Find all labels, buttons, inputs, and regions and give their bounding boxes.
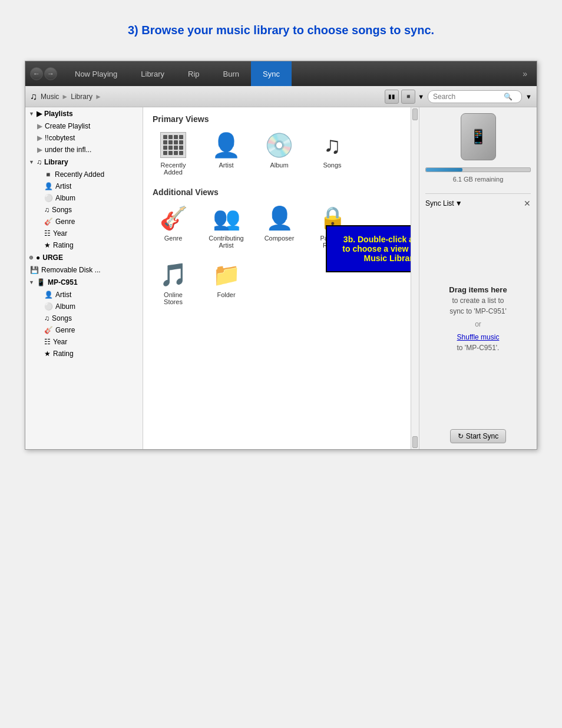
album-label: Album	[55, 194, 75, 202]
playlists-folder-icon: ▶	[37, 110, 42, 118]
shuffle-to: to 'MP-C951'.	[457, 344, 500, 352]
genre-label: Genre	[55, 218, 75, 226]
artist-view-icon: 👤	[212, 131, 240, 159]
sidebar-item-cobytest[interactable]: ▶ !!cobytest	[25, 132, 143, 144]
rating-icon: ★	[44, 241, 51, 249]
sidebar-item-rating[interactable]: ★ Rating	[25, 239, 143, 251]
sidebar-item-album[interactable]: ⚪ Album	[25, 192, 143, 204]
removable-disk-label: Removable Disk ...	[41, 266, 101, 274]
search-box[interactable]: 🔍	[428, 90, 522, 103]
tab-sync[interactable]: Sync	[251, 61, 292, 86]
storage-text: 6.1 GB remaining	[453, 176, 504, 183]
app-window: ← → Now Playing Library Rip Burn Sync » …	[25, 61, 537, 450]
sidebar-item-mp-artist[interactable]: 👤 Artist	[25, 289, 143, 301]
search-input[interactable]	[433, 93, 504, 101]
create-playlist-item[interactable]: ▶ Create Playlist	[25, 120, 143, 132]
tab-rip[interactable]: Rip	[176, 61, 211, 86]
mp-genre-label: Genre	[55, 326, 75, 334]
device-icon: 📱	[470, 129, 487, 145]
content-area: Primary Views RecentlyAdded	[143, 107, 411, 449]
sidebar-group-mp-c951[interactable]: ▼ 📱 MP-C951	[25, 276, 143, 289]
breadcrumb: Music ► Library ►	[41, 93, 102, 101]
sidebar-item-year[interactable]: ☷ Year	[25, 228, 143, 239]
sidebar-group-library[interactable]: ▼ ♫ Library	[25, 156, 143, 169]
sync-list-close[interactable]: ✕	[524, 199, 531, 208]
mp-rating-icon: ★	[44, 350, 51, 358]
sidebar-item-artist[interactable]: 👤 Artist	[25, 180, 143, 192]
content-scrollbar[interactable]	[411, 107, 419, 449]
view-songs[interactable]: ♫ Songs	[312, 131, 353, 176]
toolbar: ♫ Music ► Library ► ▮▮ ◾ ▼ 🔍 ▼	[25, 86, 537, 107]
genre-view-icon: 🎸	[159, 204, 187, 232]
nav-bar: ← → Now Playing Library Rip Burn Sync »	[25, 61, 537, 86]
primary-views-grid: RecentlyAdded 👤 Artist 💿 Album ♫	[153, 131, 401, 176]
main-area: ▼ ▶ Playlists ▶ Create Playlist ▶ !!coby…	[25, 107, 537, 449]
sidebar-item-under-infl[interactable]: ▶ under the infl...	[25, 144, 143, 156]
nav-tabs: Now Playing Library Rip Burn Sync	[63, 61, 518, 86]
sidebar-item-mp-year[interactable]: ☷ Year	[25, 336, 143, 348]
storage-bar	[425, 167, 531, 172]
sidebar-item-mp-genre[interactable]: 🎸 Genre	[25, 324, 143, 336]
view-toggle-btn[interactable]: ◾	[401, 90, 415, 104]
composer-label: Composer	[265, 235, 295, 242]
sidebar-item-recently-added[interactable]: ◾ Recently Added	[25, 169, 143, 180]
genre-view-label: Genre	[164, 235, 183, 242]
start-sync-label: Start Sync	[466, 432, 498, 440]
drag-area: Drag items here to create a list to sync…	[425, 213, 531, 424]
double-click-callout: 3b. Double-click an icon to choose a vie…	[326, 225, 411, 272]
mp-year-icon: ☷	[44, 338, 51, 346]
mp-songs-label: Songs	[52, 314, 72, 322]
cobytest-label: !!cobytest	[45, 134, 75, 142]
forward-button[interactable]: →	[44, 67, 57, 80]
view-genre[interactable]: 🎸 Genre	[153, 204, 194, 249]
mp-album-icon: ⚪	[44, 302, 53, 311]
playlist2-icon: ▶	[37, 146, 42, 154]
shuffle-music-link[interactable]: Shuffle music	[457, 333, 500, 341]
breadcrumb-music: Music	[41, 93, 59, 101]
view-composer[interactable]: 👤 Composer	[259, 204, 300, 249]
sidebar-item-mp-album[interactable]: ⚪ Album	[25, 301, 143, 312]
back-button[interactable]: ←	[30, 67, 43, 80]
sync-refresh-icon: ↻	[458, 432, 464, 440]
device-image: 📱	[461, 113, 496, 160]
artist-view-label: Artist	[219, 162, 233, 169]
sidebar-item-songs[interactable]: ♫ Songs	[25, 204, 143, 216]
start-sync-button[interactable]: ↻ Start Sync	[450, 429, 506, 443]
view-folder[interactable]: 📁 Folder	[206, 261, 247, 305]
create-playlist-label: Create Playlist	[45, 122, 90, 130]
divider	[425, 193, 531, 194]
sidebar-group-urge[interactable]: ⊕ ● URGE	[25, 251, 143, 264]
contributing-artist-icon: 👥	[212, 204, 240, 232]
nav-expand[interactable]: »	[518, 69, 532, 78]
library-music-icon: ♫	[37, 158, 42, 166]
album-icon: ⚪	[44, 194, 53, 202]
primary-views-title: Primary Views	[153, 114, 401, 124]
library-label: Library	[44, 158, 68, 166]
view-online-stores[interactable]: 🎵 OnlineStores	[153, 261, 194, 305]
sync-list-label: Sync List	[425, 199, 454, 207]
sidebar-item-genre[interactable]: 🎸 Genre	[25, 216, 143, 228]
tab-now-playing[interactable]: Now Playing	[63, 61, 129, 86]
sidebar-item-mp-songs[interactable]: ♫ Songs	[25, 312, 143, 324]
drag-title: Drag items here	[449, 285, 507, 294]
view-recently-added[interactable]: RecentlyAdded	[153, 131, 194, 176]
view-album[interactable]: 💿 Album	[259, 131, 300, 176]
tab-library[interactable]: Library	[129, 61, 176, 86]
recently-added-icon: ◾	[44, 171, 52, 179]
composer-icon: 👤	[265, 204, 293, 232]
album-view-icon: 💿	[265, 131, 293, 159]
storage-bar-fill	[426, 168, 462, 172]
view-contributing-artist[interactable]: 👥 ContributingArtist	[206, 204, 247, 249]
mp-genre-icon: 🎸	[44, 326, 53, 334]
create-playlist-icon: ▶	[37, 122, 42, 130]
tab-burn[interactable]: Burn	[211, 61, 251, 86]
sync-list-arrow: ▼	[455, 199, 462, 207]
music-note-icon: ♫	[30, 91, 37, 102]
sidebar-item-removable-disk[interactable]: 💾 Removable Disk ...	[25, 264, 143, 276]
view-artist[interactable]: 👤 Artist	[206, 131, 247, 176]
sidebar-item-mp-rating[interactable]: ★ Rating	[25, 348, 143, 360]
mp-device-icon: 📱	[37, 278, 45, 286]
sync-list-dropdown[interactable]: Sync List ▼	[425, 199, 462, 207]
sidebar-group-playlists[interactable]: ▼ ▶ Playlists	[25, 107, 143, 120]
view-icon-btn[interactable]: ▮▮	[385, 90, 399, 104]
